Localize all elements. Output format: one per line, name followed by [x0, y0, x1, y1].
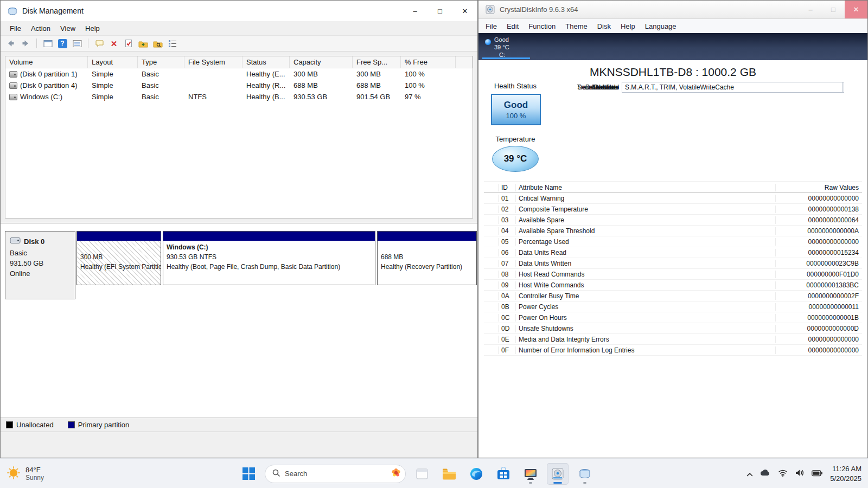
- disk-management-app-icon: [8, 7, 17, 15]
- column-header[interactable]: Volume: [5, 56, 88, 68]
- comment-icon[interactable]: [93, 37, 105, 49]
- smart-row[interactable]: 0C Power On Hours 0000000000001B: [484, 312, 862, 323]
- smart-row[interactable]: 0E Media and Data Integrity Errors 00000…: [484, 334, 862, 345]
- menu-item[interactable]: Theme: [560, 19, 592, 33]
- close-button[interactable]: ✕: [845, 1, 867, 18]
- smart-row[interactable]: 08 Host Read Commands 000000000F01D0: [484, 269, 862, 280]
- smart-row[interactable]: 0A Controller Busy Time 0000000000002F: [484, 291, 862, 301]
- column-header-label: Capacity: [293, 58, 321, 66]
- health-status-button[interactable]: Good 100 %: [491, 94, 541, 125]
- smart-row[interactable]: 04 Available Spare Threshold 00000000000…: [484, 226, 862, 236]
- file-explorer-icon[interactable]: [438, 463, 460, 485]
- menu-item[interactable]: Help: [616, 19, 640, 33]
- smart-row[interactable]: 02 Composite Temperature 00000000000138: [484, 204, 862, 215]
- search-box[interactable]: Search: [265, 465, 406, 483]
- minimize-button[interactable]: –: [403, 1, 427, 21]
- smart-row[interactable]: 0F Number of Error Information Log Entri…: [484, 345, 862, 356]
- menu-item[interactable]: File: [5, 21, 26, 35]
- volume-row[interactable]: (Disk 0 partition 4) Simple Basic Health…: [5, 80, 473, 91]
- minimize-button[interactable]: –: [799, 1, 822, 18]
- smart-attribute-name: Data Units Written: [515, 260, 775, 267]
- drive-tab-c[interactable]: Good 39 °C C:: [481, 35, 531, 60]
- column-header-label: Layout: [92, 58, 113, 66]
- partition-recovery[interactable]: 688 MB Healthy (Recovery Partition): [377, 231, 477, 285]
- partition-windows-c[interactable]: Windows (C:) 930.53 GB NTFS Healthy (Boo…: [163, 231, 375, 285]
- column-header[interactable]: Type: [138, 56, 184, 68]
- check-document-icon[interactable]: [123, 37, 135, 49]
- volume-row[interactable]: Windows (C:) Simple Basic NTFS Healthy (…: [5, 91, 473, 102]
- smart-row[interactable]: 0B Power Cycles 00000000000011: [484, 301, 862, 312]
- smart-raw-value: 00000000000138: [775, 206, 862, 213]
- menu-item[interactable]: Action: [26, 21, 55, 35]
- search-highlight-flower-icon[interactable]: [391, 467, 401, 480]
- disk-management-window: Disk Management – □ ✕ FileActionViewHelp…: [0, 0, 478, 458]
- smart-attribute-name: Host Write Commands: [515, 281, 775, 289]
- folder-up-icon[interactable]: [137, 37, 149, 49]
- weather-widget[interactable]: 84°F Sunny: [7, 459, 44, 488]
- smart-id: 0A: [498, 292, 515, 300]
- column-header[interactable]: File System: [184, 56, 242, 68]
- properties-icon[interactable]: [167, 37, 178, 49]
- smart-id: 06: [498, 249, 515, 256]
- maximize-button[interactable]: □: [427, 1, 452, 21]
- app-window-icon[interactable]: [411, 463, 433, 485]
- start-button[interactable]: [238, 463, 259, 485]
- smart-attribute-name: Number of Error Information Log Entries: [515, 346, 775, 354]
- menu-item[interactable]: Language: [640, 19, 681, 33]
- wifi-icon[interactable]: [778, 468, 788, 479]
- smart-id: 0C: [498, 314, 515, 322]
- menu-item[interactable]: View: [55, 21, 80, 35]
- back-icon[interactable]: [5, 37, 17, 49]
- toolbar-separator: [36, 38, 37, 48]
- delete-icon[interactable]: ✕: [108, 37, 120, 49]
- clock[interactable]: 11:26 AM 5/20/2025: [830, 464, 861, 483]
- column-header[interactable]: Status: [242, 56, 290, 68]
- smart-row[interactable]: 05 Percentage Used 00000000000000: [484, 236, 862, 247]
- disk-management-taskbar-icon[interactable]: [574, 463, 596, 485]
- microsoft-store-icon[interactable]: [493, 463, 514, 485]
- menu-item[interactable]: File: [481, 19, 502, 33]
- partition-efi[interactable]: 300 MB Healthy (EFI System Partition): [76, 231, 161, 285]
- edge-browser-icon[interactable]: [465, 463, 487, 485]
- menu-item[interactable]: Help: [80, 21, 105, 35]
- column-header[interactable]: Capacity: [290, 56, 353, 68]
- crystaldiskinfo-taskbar-icon[interactable]: [547, 463, 569, 485]
- info-row: Features S.M.A.R.T., TRIM, VolatileWrite…: [545, 82, 843, 93]
- volume-row[interactable]: (Disk 0 partition 1) Simple Basic Health…: [5, 68, 473, 80]
- dm-toolbar: ? ✕: [1, 35, 477, 52]
- clock-date: 5/20/2025: [830, 474, 861, 484]
- partition-size: 300 MB: [80, 252, 157, 262]
- column-header[interactable]: % Free: [401, 56, 456, 68]
- column-header[interactable]: Layout: [88, 56, 138, 68]
- column-header[interactable]: Free Sp...: [353, 56, 401, 68]
- menu-item[interactable]: Function: [524, 19, 560, 33]
- column-header-label: File System: [188, 58, 225, 66]
- close-button[interactable]: ✕: [452, 1, 477, 21]
- smart-raw-value: 0000000000000A: [775, 227, 862, 235]
- smart-row[interactable]: 0D Unsafe Shutdowns 0000000000000D: [484, 323, 862, 334]
- smart-row[interactable]: 09 Host Write Commands 000000001383BC: [484, 280, 862, 291]
- volume-icon[interactable]: [795, 468, 805, 479]
- temperature-button[interactable]: 39 °C: [492, 146, 539, 172]
- help-icon[interactable]: ?: [56, 37, 68, 49]
- list-view-icon[interactable]: [71, 37, 83, 49]
- console-window-icon[interactable]: [42, 37, 54, 49]
- disk0-info-box[interactable]: Disk 0 Basic 931.50 GB Online: [5, 231, 75, 299]
- smart-row[interactable]: 01 Critical Warning 00000000000000: [484, 193, 862, 204]
- forward-icon[interactable]: [20, 37, 31, 49]
- onedrive-cloud-icon[interactable]: [760, 469, 771, 479]
- volume-type: Basic: [138, 68, 184, 80]
- sun-icon: [7, 465, 22, 483]
- smart-row[interactable]: 06 Data Units Read 00000000015234: [484, 247, 862, 258]
- disk-graphical-view: Disk 0 Basic 931.50 GB Online 300 MB Hea…: [1, 223, 477, 418]
- smart-row[interactable]: 07 Data Units Written 00000000023C9B: [484, 258, 862, 269]
- menu-item[interactable]: Edit: [502, 19, 524, 33]
- volume-name: (Disk 0 partition 4): [20, 81, 77, 89]
- tray-chevron-up-icon[interactable]: [746, 469, 753, 479]
- menu-item[interactable]: Disk: [592, 19, 616, 33]
- photos-app-icon[interactable]: [520, 463, 541, 485]
- battery-icon[interactable]: [812, 469, 823, 479]
- folder-search-icon[interactable]: [152, 37, 164, 49]
- weather-condition: Sunny: [25, 474, 44, 481]
- smart-row[interactable]: 03 Available Spare 00000000000064: [484, 215, 862, 226]
